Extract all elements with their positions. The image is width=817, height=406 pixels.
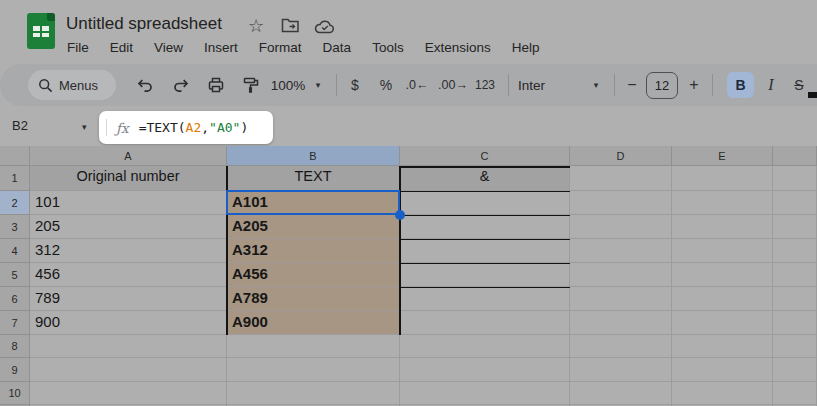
more-formats-button[interactable]: 123: [470, 64, 500, 106]
cell-A5[interactable]: 456: [30, 263, 227, 287]
name-box[interactable]: B2: [12, 118, 28, 133]
cell-F3[interactable]: [773, 215, 817, 239]
font-caret-icon[interactable]: ▾: [590, 64, 602, 106]
increase-decimals-button[interactable]: .00→: [437, 64, 469, 106]
menu-file[interactable]: File: [64, 39, 92, 56]
menu-format[interactable]: Format: [256, 39, 305, 56]
cell-D1[interactable]: [570, 166, 672, 191]
cell-E2[interactable]: [672, 191, 773, 215]
cell-D8[interactable]: [570, 335, 672, 358]
cell-A8[interactable]: [30, 335, 227, 358]
name-box-caret-icon[interactable]: ▾: [82, 122, 87, 132]
cell-B9[interactable]: [227, 358, 400, 382]
decrease-font-size-button[interactable]: −: [622, 64, 642, 106]
cell-A2[interactable]: 101: [30, 191, 227, 215]
cell-F9[interactable]: [773, 358, 817, 382]
cell-B5[interactable]: A456: [227, 263, 400, 287]
row-header-1[interactable]: 1: [0, 166, 30, 191]
cell-E7[interactable]: [672, 311, 773, 335]
font-size-input[interactable]: 12: [646, 72, 678, 99]
format-currency-button[interactable]: $: [343, 64, 367, 106]
cell-D5[interactable]: [570, 263, 672, 287]
cell-E1[interactable]: [672, 166, 773, 191]
cell-C8[interactable]: [400, 335, 570, 358]
text-color-icon[interactable]: [808, 92, 817, 98]
column-header-partial[interactable]: [773, 146, 817, 166]
paint-format-icon[interactable]: [238, 64, 264, 106]
cell-E9[interactable]: [672, 358, 773, 382]
redo-icon[interactable]: [168, 64, 194, 106]
fill-handle[interactable]: [395, 210, 405, 220]
row-header-8[interactable]: 8: [0, 335, 30, 358]
cell-C2[interactable]: [400, 191, 570, 215]
cell-D4[interactable]: [570, 239, 672, 263]
star-icon[interactable]: ☆: [248, 16, 268, 36]
cell-C6[interactable]: [400, 287, 570, 311]
cell-A6[interactable]: 789: [30, 287, 227, 311]
strikethrough-button[interactable]: S: [788, 64, 810, 106]
row-header-9[interactable]: 9: [0, 358, 30, 382]
cell-F5[interactable]: [773, 263, 817, 287]
cell-E4[interactable]: [672, 239, 773, 263]
select-all-corner[interactable]: [0, 146, 30, 166]
zoom-select[interactable]: 100%: [266, 64, 310, 106]
formula-input[interactable]: =TEXT(A2,"A0"): [139, 120, 249, 135]
cell-F1[interactable]: [773, 166, 817, 191]
cell-D6[interactable]: [570, 287, 672, 311]
cell-F4[interactable]: [773, 239, 817, 263]
column-header-B[interactable]: B: [227, 146, 400, 166]
cell-C10[interactable]: [400, 382, 570, 405]
cell-F6[interactable]: [773, 287, 817, 311]
row-header-3[interactable]: 3: [0, 215, 30, 239]
cell-D2[interactable]: [570, 191, 672, 215]
cell-C5[interactable]: [400, 263, 570, 287]
cell-B8[interactable]: [227, 335, 400, 358]
bold-button[interactable]: B: [727, 72, 754, 98]
cell-E3[interactable]: [672, 215, 773, 239]
row-header-10[interactable]: 10: [0, 382, 30, 405]
column-header-C[interactable]: C: [400, 146, 570, 166]
cell-C1[interactable]: &: [400, 166, 570, 191]
cell-F8[interactable]: [773, 335, 817, 358]
cell-A3[interactable]: 205: [30, 215, 227, 239]
row-header-6[interactable]: 6: [0, 287, 30, 311]
row-header-4[interactable]: 4: [0, 239, 30, 263]
cell-D10[interactable]: [570, 382, 672, 405]
document-title[interactable]: Untitled spreadsheet: [66, 14, 222, 34]
menu-extensions[interactable]: Extensions: [422, 39, 494, 56]
cell-E5[interactable]: [672, 263, 773, 287]
cell-F10[interactable]: [773, 382, 817, 405]
cell-A7[interactable]: 900: [30, 311, 227, 335]
cell-B6[interactable]: A789: [227, 287, 400, 311]
cell-D7[interactable]: [570, 311, 672, 335]
cell-D9[interactable]: [570, 358, 672, 382]
cell-B3[interactable]: A205: [227, 215, 400, 239]
cell-E10[interactable]: [672, 382, 773, 405]
undo-icon[interactable]: [132, 64, 158, 106]
formula-input-highlight[interactable]: ƒx =TEXT(A2,"A0"): [99, 111, 273, 144]
italic-button[interactable]: I: [760, 64, 782, 106]
cell-C7[interactable]: [400, 311, 570, 335]
format-percent-button[interactable]: %: [374, 64, 398, 106]
font-family-select[interactable]: Inter: [518, 64, 560, 106]
cell-F2[interactable]: [773, 191, 817, 215]
move-to-folder-icon[interactable]: [281, 17, 301, 37]
cell-B7[interactable]: A900: [227, 311, 400, 335]
menu-edit[interactable]: Edit: [107, 39, 136, 56]
row-header-2[interactable]: 2: [0, 191, 30, 215]
cell-E6[interactable]: [672, 287, 773, 311]
cell-C3[interactable]: [400, 215, 570, 239]
cell-A4[interactable]: 312: [30, 239, 227, 263]
print-icon[interactable]: [203, 64, 229, 106]
cell-C4[interactable]: [400, 239, 570, 263]
cell-D3[interactable]: [570, 215, 672, 239]
cloud-check-icon[interactable]: [314, 19, 334, 39]
cell-A1[interactable]: Original number: [30, 166, 227, 191]
cell-A10[interactable]: [30, 382, 227, 405]
cell-B1[interactable]: TEXT: [227, 166, 400, 191]
column-header-D[interactable]: D: [570, 146, 672, 166]
row-header-5[interactable]: 5: [0, 263, 30, 287]
menus-search-button[interactable]: Menus: [28, 70, 116, 100]
menu-view[interactable]: View: [151, 39, 186, 56]
menu-insert[interactable]: Insert: [201, 39, 241, 56]
